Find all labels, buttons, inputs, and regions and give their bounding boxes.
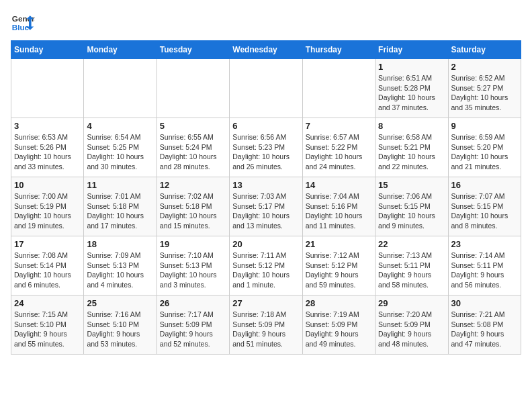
weekday-header-row: SundayMondayTuesdayWednesdayThursdayFrid…: [11, 41, 521, 59]
day-number: 25: [87, 298, 153, 308]
calendar-cell: 15Sunrise: 7:06 AMSunset: 5:15 PMDayligh…: [375, 177, 448, 236]
day-number: 13: [232, 180, 299, 190]
calendar-cell: 5Sunrise: 6:55 AMSunset: 5:24 PMDaylight…: [157, 118, 229, 177]
calendar-cell: 6Sunrise: 6:56 AMSunset: 5:23 PMDaylight…: [230, 118, 302, 177]
day-number: 24: [14, 298, 81, 308]
day-number: 6: [232, 121, 299, 131]
calendar-cell: 28Sunrise: 7:19 AMSunset: 5:09 PMDayligh…: [302, 295, 375, 355]
calendar-cell: [230, 59, 302, 118]
day-number: 28: [306, 298, 372, 308]
day-number: 27: [232, 298, 299, 308]
calendar-cell: 20Sunrise: 7:11 AMSunset: 5:12 PMDayligh…: [230, 236, 302, 295]
calendar-cell: 22Sunrise: 7:13 AMSunset: 5:11 PMDayligh…: [375, 236, 448, 295]
day-info: Sunrise: 6:55 AMSunset: 5:24 PMDaylight:…: [160, 132, 226, 172]
weekday-header-wednesday: Wednesday: [230, 41, 302, 59]
calendar-cell: 29Sunrise: 7:20 AMSunset: 5:09 PMDayligh…: [375, 295, 448, 355]
day-info: Sunrise: 7:13 AMSunset: 5:11 PMDaylight:…: [378, 250, 445, 290]
day-number: 2: [451, 62, 518, 72]
day-info: Sunrise: 6:53 AMSunset: 5:26 PMDaylight:…: [14, 132, 81, 172]
day-number: 26: [160, 298, 226, 308]
calendar-cell: 7Sunrise: 6:57 AMSunset: 5:22 PMDaylight…: [302, 118, 375, 177]
calendar-cell: 1Sunrise: 6:51 AMSunset: 5:28 PMDaylight…: [375, 59, 448, 118]
week-row-5: 24Sunrise: 7:15 AMSunset: 5:10 PMDayligh…: [11, 295, 521, 355]
calendar-cell: [302, 59, 375, 118]
day-number: 10: [14, 180, 81, 190]
day-number: 15: [378, 180, 445, 190]
day-number: 11: [87, 180, 153, 190]
weekday-header-thursday: Thursday: [302, 41, 375, 59]
day-info: Sunrise: 7:01 AMSunset: 5:18 PMDaylight:…: [87, 191, 153, 231]
weekday-header-friday: Friday: [375, 41, 448, 59]
day-info: Sunrise: 7:11 AMSunset: 5:12 PMDaylight:…: [232, 250, 299, 290]
day-info: Sunrise: 6:54 AMSunset: 5:25 PMDaylight:…: [87, 132, 153, 172]
day-info: Sunrise: 7:08 AMSunset: 5:14 PMDaylight:…: [14, 250, 81, 290]
day-number: 14: [306, 180, 372, 190]
calendar-cell: 3Sunrise: 6:53 AMSunset: 5:26 PMDaylight…: [11, 118, 84, 177]
weekday-header-monday: Monday: [84, 41, 157, 59]
calendar-cell: 27Sunrise: 7:18 AMSunset: 5:09 PMDayligh…: [230, 295, 302, 355]
day-number: 7: [306, 121, 372, 131]
day-info: Sunrise: 6:52 AMSunset: 5:27 PMDaylight:…: [451, 73, 518, 113]
calendar-cell: [157, 59, 229, 118]
day-number: 20: [232, 239, 299, 249]
weekday-header-tuesday: Tuesday: [157, 41, 229, 59]
calendar-cell: 12Sunrise: 7:02 AMSunset: 5:18 PMDayligh…: [157, 177, 229, 236]
calendar-cell: 17Sunrise: 7:08 AMSunset: 5:14 PMDayligh…: [11, 236, 84, 295]
weekday-header-sunday: Sunday: [11, 41, 84, 59]
week-row-1: 1Sunrise: 6:51 AMSunset: 5:28 PMDaylight…: [11, 59, 521, 118]
day-number: 9: [451, 121, 518, 131]
day-info: Sunrise: 7:07 AMSunset: 5:15 PMDaylight:…: [451, 191, 518, 231]
day-number: 3: [14, 121, 81, 131]
svg-text:Blue: Blue: [12, 23, 30, 32]
week-row-3: 10Sunrise: 7:00 AMSunset: 5:19 PMDayligh…: [11, 177, 521, 236]
calendar-cell: 4Sunrise: 6:54 AMSunset: 5:25 PMDaylight…: [84, 118, 157, 177]
day-info: Sunrise: 7:21 AMSunset: 5:08 PMDaylight:…: [451, 310, 518, 349]
day-info: Sunrise: 7:18 AMSunset: 5:09 PMDaylight:…: [232, 310, 299, 349]
day-number: 4: [87, 121, 153, 131]
week-row-4: 17Sunrise: 7:08 AMSunset: 5:14 PMDayligh…: [11, 236, 521, 295]
day-info: Sunrise: 7:04 AMSunset: 5:16 PMDaylight:…: [306, 191, 372, 231]
calendar-cell: 24Sunrise: 7:15 AMSunset: 5:10 PMDayligh…: [11, 295, 84, 355]
day-info: Sunrise: 7:16 AMSunset: 5:10 PMDaylight:…: [87, 310, 153, 349]
calendar-cell: 2Sunrise: 6:52 AMSunset: 5:27 PMDaylight…: [448, 59, 521, 118]
day-number: 30: [451, 298, 518, 308]
calendar-cell: 9Sunrise: 6:59 AMSunset: 5:20 PMDaylight…: [448, 118, 521, 177]
calendar-cell: 26Sunrise: 7:17 AMSunset: 5:09 PMDayligh…: [157, 295, 229, 355]
day-number: 23: [451, 239, 518, 249]
header: General Blue: [11, 11, 521, 35]
day-info: Sunrise: 7:02 AMSunset: 5:18 PMDaylight:…: [160, 191, 226, 231]
day-info: Sunrise: 7:00 AMSunset: 5:19 PMDaylight:…: [14, 191, 81, 231]
calendar-cell: 19Sunrise: 7:10 AMSunset: 5:13 PMDayligh…: [157, 236, 229, 295]
calendar-cell: [84, 59, 157, 118]
day-info: Sunrise: 7:03 AMSunset: 5:17 PMDaylight:…: [232, 191, 299, 231]
calendar-cell: 10Sunrise: 7:00 AMSunset: 5:19 PMDayligh…: [11, 177, 84, 236]
day-number: 5: [160, 121, 226, 131]
calendar-cell: 8Sunrise: 6:58 AMSunset: 5:21 PMDaylight…: [375, 118, 448, 177]
calendar-cell: 16Sunrise: 7:07 AMSunset: 5:15 PMDayligh…: [448, 177, 521, 236]
calendar-cell: 11Sunrise: 7:01 AMSunset: 5:18 PMDayligh…: [84, 177, 157, 236]
calendar-cell: 14Sunrise: 7:04 AMSunset: 5:16 PMDayligh…: [302, 177, 375, 236]
day-number: 1: [378, 62, 445, 72]
day-info: Sunrise: 7:15 AMSunset: 5:10 PMDaylight:…: [14, 310, 81, 349]
day-info: Sunrise: 6:58 AMSunset: 5:21 PMDaylight:…: [378, 132, 445, 172]
day-number: 29: [378, 298, 445, 308]
day-number: 12: [160, 180, 226, 190]
day-info: Sunrise: 7:19 AMSunset: 5:09 PMDaylight:…: [306, 310, 372, 349]
day-info: Sunrise: 7:12 AMSunset: 5:12 PMDaylight:…: [306, 250, 372, 290]
logo-icon: General Blue: [11, 11, 35, 35]
day-info: Sunrise: 7:09 AMSunset: 5:13 PMDaylight:…: [87, 250, 153, 290]
day-info: Sunrise: 6:59 AMSunset: 5:20 PMDaylight:…: [451, 132, 518, 172]
day-info: Sunrise: 7:10 AMSunset: 5:13 PMDaylight:…: [160, 250, 226, 290]
calendar-cell: 23Sunrise: 7:14 AMSunset: 5:11 PMDayligh…: [448, 236, 521, 295]
day-info: Sunrise: 6:51 AMSunset: 5:28 PMDaylight:…: [378, 73, 445, 113]
week-row-2: 3Sunrise: 6:53 AMSunset: 5:26 PMDaylight…: [11, 118, 521, 177]
logo: General Blue: [11, 11, 35, 35]
weekday-header-saturday: Saturday: [448, 41, 521, 59]
day-number: 18: [87, 239, 153, 249]
day-info: Sunrise: 6:56 AMSunset: 5:23 PMDaylight:…: [232, 132, 299, 172]
calendar-table: SundayMondayTuesdayWednesdayThursdayFrid…: [11, 40, 521, 355]
day-info: Sunrise: 7:06 AMSunset: 5:15 PMDaylight:…: [378, 191, 445, 231]
calendar-cell: 21Sunrise: 7:12 AMSunset: 5:12 PMDayligh…: [302, 236, 375, 295]
calendar-cell: [11, 59, 84, 118]
day-number: 16: [451, 180, 518, 190]
